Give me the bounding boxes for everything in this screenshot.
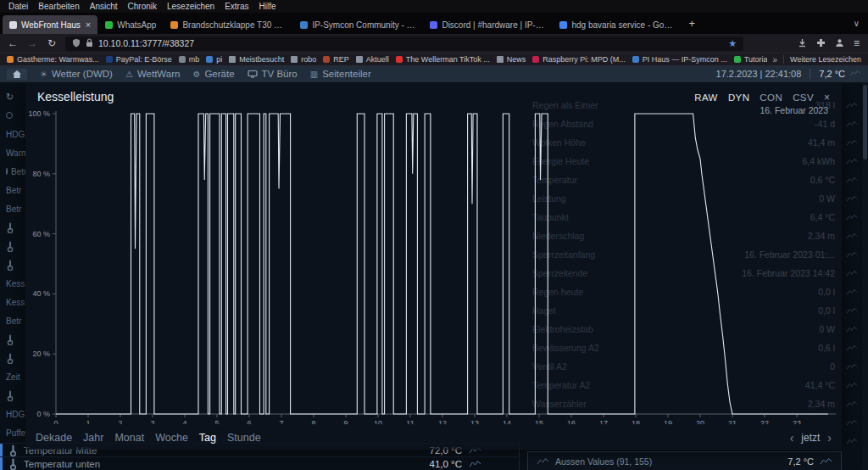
reload-button[interactable]: ↻ — [46, 37, 58, 49]
wf-nav-wetter-dwd[interactable]: ☀Wetter (DWD) — [40, 69, 113, 79]
bookmark-favicon-icon — [106, 56, 113, 63]
menu-bearbeiten[interactable]: Bearbeiten — [33, 2, 84, 11]
extensions-icon[interactable] — [816, 36, 826, 51]
export-raw[interactable]: RAW — [694, 92, 718, 103]
range-woche[interactable]: Woche — [155, 432, 188, 444]
export-con[interactable]: CON — [760, 92, 782, 103]
device-row — [0, 218, 25, 237]
range-stunde[interactable]: Stunde — [227, 432, 261, 444]
browser-tab[interactable]: Brandschutzklappe T30 MT8 87 — [164, 15, 292, 34]
bookmark-item[interactable]: Aktuell — [356, 55, 389, 64]
device-label: Puffer — [6, 428, 25, 438]
bookmark-item[interactable]: PI Haus — IP-Symcon ... — [632, 55, 727, 64]
list-all-tabs-button[interactable]: ∨ — [845, 19, 868, 28]
device-label: Betr — [11, 167, 25, 176]
aussen-values-panel[interactable]: Aussen Values (91, 155) 7,2 °C — [527, 451, 842, 470]
range-monat[interactable]: Monat — [114, 432, 144, 444]
browser-tab[interactable]: WhatsApp — [98, 15, 163, 34]
wf-nav-home[interactable] — [7, 69, 27, 80]
jetzt-button[interactable]: jetzt — [801, 432, 820, 444]
wf-nav-label: Geräte — [204, 69, 234, 79]
back-button[interactable]: ← — [7, 37, 19, 49]
device-label: Kess — [6, 279, 25, 288]
bookmark-item[interactable]: Raspberry Pi: MPD (M... — [532, 55, 626, 64]
svg-text:60 %: 60 % — [32, 230, 50, 238]
bookmark-item[interactable]: robo — [291, 55, 316, 64]
bookmark-item[interactable]: pi — [206, 55, 222, 64]
wf-nav-wettwarn[interactable]: ⚠WettWarn — [125, 69, 180, 79]
menu-hilfe[interactable]: Hilfe — [254, 2, 281, 11]
folder-icon — [229, 56, 236, 63]
range-jahr[interactable]: Jahr — [83, 432, 103, 444]
svg-text:0: 0 — [53, 419, 58, 424]
browser-tab[interactable]: WebFront Haus× — [3, 15, 97, 34]
chevron-right-icon[interactable]: › — [827, 431, 832, 445]
menu-lesezeichen[interactable]: Lesezeichen — [162, 2, 220, 11]
bookmark-item[interactable]: Meistbesucht — [229, 55, 284, 64]
bookmark-item[interactable]: News — [497, 55, 526, 64]
range-dekade[interactable]: Dekade — [36, 432, 72, 444]
range-tag[interactable]: Tag — [199, 432, 216, 444]
export-dyn[interactable]: DYN — [728, 92, 749, 103]
menu-extras[interactable]: Extras — [220, 2, 253, 11]
device-label: Betr — [6, 186, 21, 195]
menu-chronik[interactable]: Chronik — [123, 2, 162, 11]
wf-nav-tv-b-ro[interactable]: TV Büro — [248, 69, 298, 79]
downloads-icon[interactable] — [798, 36, 807, 51]
profile-icon[interactable] — [835, 36, 844, 51]
device-label: HDG — [6, 410, 25, 419]
menu-icon[interactable]: ≡ — [854, 37, 860, 49]
row-value: 41,0 °C — [430, 459, 462, 469]
svg-text:8: 8 — [311, 419, 315, 424]
scrollbar-thumb[interactable] — [863, 85, 867, 159]
sparkline-icon — [846, 301, 860, 320]
sparkline-icon — [846, 320, 860, 339]
tab-favicon-icon — [559, 21, 567, 29]
wf-nav-ger-te[interactable]: ⚙Geräte — [192, 69, 234, 79]
url-bar[interactable]: 10.10.0.11:3777/#38327 ★ — [65, 36, 743, 51]
thermometer-icon — [6, 334, 14, 345]
close-tab-icon[interactable]: × — [86, 20, 91, 30]
device-row: Betr — [0, 199, 25, 218]
wf-nav-seitenteiler[interactable]: ▥Seitenteiler — [310, 69, 371, 79]
browser-tab[interactable]: hdg bavaria service - Google Su — [553, 15, 682, 34]
chevron-left-icon[interactable]: ‹ — [790, 431, 794, 445]
url-text[interactable]: 10.10.0.11:3777/#38327 — [98, 38, 723, 48]
bookmark-star-icon[interactable]: ★ — [728, 38, 737, 49]
browser-tab[interactable]: Discord | #hardware | IP-Symc — [423, 15, 552, 34]
svg-text:3: 3 — [150, 419, 154, 424]
menu-datei[interactable]: Datei — [3, 2, 33, 11]
export-csv[interactable]: CSV — [793, 92, 814, 103]
device-row — [0, 255, 25, 274]
sparkline-icon — [846, 96, 860, 115]
y-axis: 0 %20 %40 %60 %80 %100 % — [28, 109, 56, 418]
forward-button[interactable]: → — [26, 37, 38, 49]
scrollbar[interactable] — [862, 82, 868, 470]
bookmarks-overflow-button[interactable]: » — [773, 55, 778, 64]
bookmark-item[interactable]: PayPal: E-Börse — [106, 55, 172, 64]
divider — [810, 69, 810, 79]
close-icon[interactable]: × — [824, 92, 830, 104]
device-row — [0, 330, 25, 349]
svg-text:9: 9 — [343, 419, 348, 424]
menu-ansicht[interactable]: Ansicht — [85, 2, 123, 11]
list-item[interactable]: Temperatur unten41,0 °C — [0, 456, 519, 470]
sparkline-icon[interactable] — [469, 459, 481, 468]
browser-tabbar: WebFront Haus×WhatsAppBrandschutzklappe … — [0, 13, 868, 34]
bookmark-item[interactable]: Gastherme: Warmwas... — [7, 55, 99, 64]
wf-nav-label: Wetter (DWD) — [52, 69, 113, 79]
more-bookmarks-button[interactable]: Weitere Lesezeichen — [790, 55, 861, 64]
sparkline-icon — [846, 357, 860, 376]
bookmark-item[interactable]: REP — [323, 55, 349, 64]
kesselleistung-chart[interactable]: 0 %20 %40 %60 %80 %100 %0123456789101112… — [25, 109, 842, 424]
device-row — [0, 237, 25, 255]
bookmark-label: Gastherme: Warmwas... — [17, 55, 99, 64]
bookmark-item[interactable]: mb — [179, 55, 200, 64]
bookmark-favicon-icon — [734, 56, 741, 63]
bookmark-item[interactable]: The Wellerman TikTok ... — [396, 55, 490, 64]
row-accent — [0, 444, 3, 456]
new-tab-button[interactable]: + — [682, 17, 702, 30]
browser-tab[interactable]: IP-Symcon Community - IP-Symco — [293, 15, 422, 34]
svg-text:0 %: 0 % — [36, 410, 50, 418]
bookmark-item[interactable]: Tutorial | Emsystech E... — [734, 55, 767, 64]
